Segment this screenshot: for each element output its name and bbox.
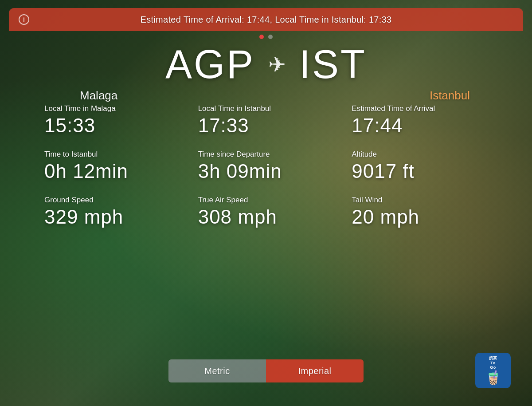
value-altitude: 9017 ft: [352, 161, 488, 182]
stats-grid: Local Time in Malaga 15:33 Time to Istan…: [9, 104, 523, 359]
logo-watermark: 奶茶ToGo 🧋: [475, 353, 511, 388]
imperial-button[interactable]: Imperial: [266, 359, 364, 382]
value-local-time-malaga: 15:33: [44, 115, 180, 136]
stat-local-time-malaga: Local Time in Malaga 15:33: [44, 104, 180, 137]
value-time-to-istanbul: 0h 12min: [44, 161, 180, 182]
stat-tail-wind: Tail Wind 20 mph: [352, 196, 488, 228]
stat-time-since-departure: Time since Departure 3h 09min: [198, 150, 334, 182]
stat-ground-speed: Ground Speed 329 mph: [44, 196, 180, 228]
label-ground-speed: Ground Speed: [44, 196, 180, 205]
plane-icon: ✈: [268, 52, 286, 77]
dot-1[interactable]: [259, 35, 264, 39]
label-local-time-malaga: Local Time in Malaga: [44, 104, 180, 113]
stat-time-to-istanbul: Time to Istanbul 0h 12min: [44, 150, 180, 182]
label-local-time-istanbul: Local Time in Istanbul: [198, 104, 334, 113]
eta-display: Estimated Time of Arrival: 17:44, Local …: [141, 15, 392, 25]
stat-local-time-istanbul: Local Time in Istanbul 17:33: [198, 104, 334, 137]
value-tail-wind: 20 mph: [352, 206, 488, 228]
label-true-air-speed: True Air Speed: [198, 196, 334, 205]
pagination-dots: [259, 35, 273, 39]
top-bar: i Estimated Time of Arrival: 17:44, Loca…: [9, 8, 523, 31]
stats-col-1: Local Time in Malaga 15:33 Time to Istan…: [35, 104, 189, 359]
metric-button[interactable]: Metric: [168, 359, 266, 382]
stat-altitude: Altitude 9017 ft: [352, 150, 488, 182]
label-eta: Estimated Time of Arrival: [352, 104, 488, 113]
value-ground-speed: 329 mph: [44, 206, 180, 228]
label-tail-wind: Tail Wind: [352, 196, 488, 205]
value-time-since-departure: 3h 09min: [198, 161, 334, 182]
main-content: AGP ✈ IST Malaga Istanbul Local Time in …: [9, 31, 523, 398]
label-altitude: Altitude: [352, 150, 488, 159]
origin-code: AGP: [165, 44, 255, 84]
value-eta: 17:44: [352, 115, 488, 136]
stats-col-3: Estimated Time of Arrival 17:44 Altitude…: [343, 104, 497, 359]
info-icon[interactable]: i: [19, 14, 29, 25]
stat-eta: Estimated Time of Arrival 17:44: [352, 104, 488, 137]
value-true-air-speed: 308 mph: [198, 206, 334, 228]
dot-2[interactable]: [268, 35, 273, 39]
destination-city: Istanbul: [430, 89, 470, 102]
flight-screen: i Estimated Time of Arrival: 17:44, Loca…: [9, 8, 523, 398]
value-local-time-istanbul: 17:33: [198, 115, 334, 136]
stats-col-2: Local Time in Istanbul 17:33 Time since …: [189, 104, 343, 359]
stat-true-air-speed: True Air Speed 308 mph: [198, 196, 334, 228]
origin-city: Malaga: [80, 89, 117, 102]
destination-code: IST: [299, 44, 367, 84]
route-row: AGP ✈ IST: [9, 44, 523, 84]
logo-text: 奶茶ToGo: [489, 356, 497, 370]
label-time-since-departure: Time since Departure: [198, 150, 334, 159]
unit-toggle: Metric Imperial: [168, 359, 364, 382]
label-time-to-istanbul: Time to Istanbul: [44, 150, 180, 159]
logo-icon: 🧋: [485, 371, 501, 384]
